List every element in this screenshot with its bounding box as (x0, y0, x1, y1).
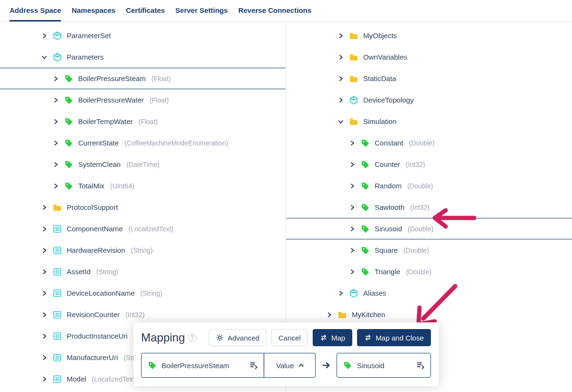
chevron-right-icon[interactable] (41, 269, 48, 275)
node-name: StaticData (363, 74, 396, 83)
node-type: (Double) (406, 268, 432, 276)
chevron-right-icon[interactable] (337, 33, 344, 39)
tree-row[interactable]: SystemClean (DateTime) (0, 154, 286, 175)
tree-row[interactable]: MyObjects (286, 25, 572, 46)
help-icon[interactable]: ? (188, 333, 196, 342)
tree-row[interactable]: Random (Double) (286, 175, 572, 196)
tree-row[interactable]: Parameters (0, 46, 286, 68)
mapping-target-label: Sinusoid (357, 361, 385, 370)
tree-row[interactable]: Square (Double) (286, 239, 572, 261)
tree-row[interactable]: ComponentName (LocalizedText) (0, 218, 286, 239)
tree-row[interactable]: DeviceLocationName (String) (0, 282, 286, 304)
node-name: Random (375, 182, 402, 190)
tab-address-space[interactable]: Address Space (10, 0, 61, 21)
chevron-down-icon[interactable] (41, 54, 48, 60)
tree-row[interactable]: BoilerPressureWater (Float) (0, 89, 286, 111)
chevron-right-icon[interactable] (337, 290, 344, 296)
node-name: ManufacturerUri (67, 353, 118, 361)
tree-row[interactable]: ParameterSet (0, 25, 286, 46)
node-type: (String) (131, 247, 153, 254)
mapping-source-label: BoilerPressureSteam (162, 361, 229, 370)
node-name: SystemClean (78, 160, 121, 168)
node-name: DeviceTopology (363, 96, 414, 104)
chevron-right-icon[interactable] (41, 376, 48, 382)
tree-row[interactable]: AssetId (String) (0, 261, 286, 282)
mapping-source-chip[interactable]: BoilerPressureSteam (141, 353, 264, 378)
chevron-right-icon[interactable] (52, 97, 59, 103)
chevron-right-icon[interactable] (41, 355, 48, 361)
tab-namespaces[interactable]: Namespaces (72, 0, 115, 21)
node-name: ProductInstanceUri (67, 332, 128, 340)
tab-server-settings[interactable]: Server Settings (175, 0, 228, 21)
tree-row[interactable]: TotalMix (UInt64) (0, 175, 286, 196)
tree-row[interactable]: Sawtooth (Int32) (286, 196, 572, 218)
tree-row[interactable]: CurrentState (CoffeeMachineModeEnumerati… (0, 132, 286, 154)
chevron-right-icon[interactable] (52, 162, 59, 167)
chevron-right-icon[interactable] (337, 54, 344, 60)
chevron-right-icon[interactable] (41, 312, 48, 318)
chevron-right-icon[interactable] (349, 183, 356, 189)
tree-row[interactable]: Constant (Double) (286, 132, 572, 154)
tree-row[interactable]: Triangle (Double) (286, 261, 572, 282)
chevron-right-icon[interactable] (41, 205, 48, 210)
node-type: (CoffeeMachineModeEnumeration) (124, 139, 228, 147)
tag-icon (147, 361, 157, 370)
chevron-right-icon[interactable] (349, 248, 356, 253)
tree-row[interactable]: StaticData (286, 68, 572, 89)
chevron-right-icon[interactable] (349, 140, 356, 146)
var-icon (52, 224, 62, 234)
node-type: (Int32) (410, 204, 429, 211)
node-name: MyObjects (363, 31, 397, 40)
node-type: (String) (96, 268, 118, 276)
chevron-right-icon[interactable] (337, 97, 344, 103)
tag-icon (64, 74, 73, 83)
chevron-right-icon[interactable] (41, 290, 48, 296)
map-and-close-button[interactable]: Map and Close (357, 329, 431, 346)
mapping-value-select[interactable]: Value (264, 353, 316, 378)
node-name: Aliases (363, 289, 386, 297)
tab-certificates[interactable]: Certificates (126, 0, 165, 21)
chevron-down-icon[interactable] (337, 119, 344, 124)
tree-row[interactable]: BoilerTempWater (Float) (0, 111, 286, 132)
folder-icon (337, 310, 347, 320)
cancel-button[interactable]: Cancel (271, 329, 308, 346)
tree-row[interactable]: Aliases (286, 282, 572, 304)
chevron-right-icon[interactable] (349, 205, 356, 210)
tab-reverse-connections[interactable]: Reverse Connections (238, 0, 311, 21)
chevron-right-icon[interactable] (52, 119, 59, 124)
chevron-right-icon[interactable] (326, 312, 333, 318)
chevron-right-icon[interactable] (52, 140, 59, 146)
chevron-right-icon[interactable] (349, 226, 356, 232)
map-button[interactable]: Map (313, 329, 352, 346)
tree-row[interactable]: HardwareRevision (String) (0, 239, 286, 261)
chevron-right-icon[interactable] (41, 226, 48, 232)
tree-row[interactable]: Simulation (286, 111, 572, 132)
mapping-target-chip[interactable]: Sinusoid (337, 353, 431, 378)
node-name: BoilerTempWater (78, 117, 133, 125)
chevron-right-icon[interactable] (337, 76, 344, 82)
tree-row[interactable]: DeviceTopology (286, 89, 572, 111)
node-name: Sawtooth (375, 203, 405, 211)
tree-row[interactable]: OwnVariables (286, 46, 572, 68)
chevron-right-icon[interactable] (41, 333, 48, 339)
chevron-right-icon[interactable] (41, 248, 48, 253)
edit-icon[interactable] (249, 361, 258, 371)
node-type: (Int32) (406, 161, 425, 168)
chevron-right-icon[interactable] (52, 76, 59, 82)
node-name: CurrentState (78, 139, 119, 147)
tag-icon (360, 224, 370, 234)
chevron-right-icon[interactable] (41, 33, 48, 39)
mapping-title: Mapping ? (141, 331, 196, 344)
node-name: RevisionCounter (67, 310, 120, 319)
tree-row[interactable]: Counter (Int32) (286, 154, 572, 175)
tree-row[interactable]: Sinusoid (Double) (286, 218, 572, 239)
tree-row[interactable]: BoilerPressureSteam (Float) (0, 68, 286, 89)
advanced-button[interactable]: Advanced (209, 329, 266, 346)
chevron-right-icon[interactable] (349, 162, 356, 167)
chevron-right-icon[interactable] (349, 269, 356, 275)
tree-row[interactable]: ProtocolSupport (0, 196, 286, 218)
caret-up-icon (298, 362, 304, 368)
edit-icon[interactable] (416, 361, 425, 371)
node-type: (Double) (403, 247, 429, 254)
chevron-right-icon[interactable] (52, 183, 59, 189)
